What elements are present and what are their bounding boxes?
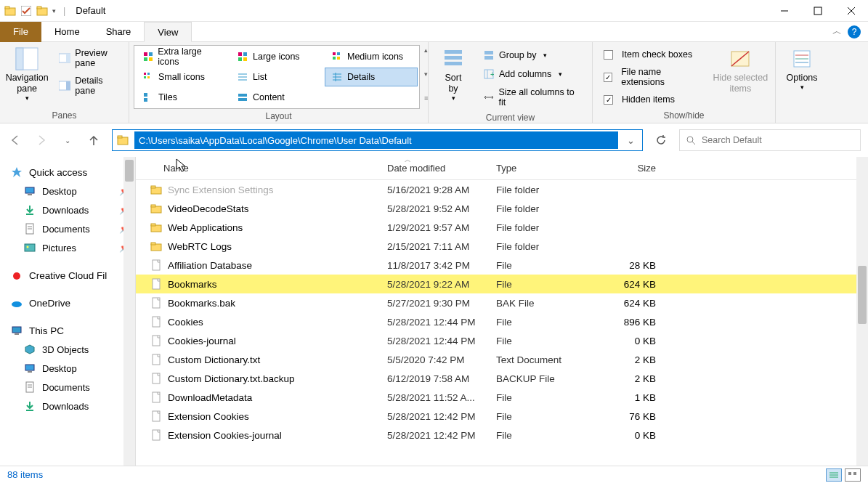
file-row[interactable]: Sync Extension Settings5/16/2021 9:28 AM… xyxy=(136,180,868,199)
listing-scrollbar[interactable] xyxy=(856,157,868,466)
back-button[interactable] xyxy=(7,132,23,148)
column-type[interactable]: Type xyxy=(490,160,596,176)
svg-rect-56 xyxy=(118,136,122,138)
svg-rect-23 xyxy=(333,52,336,55)
address-path[interactable]: C:\Users\saika\AppData\Local\Google\Chro… xyxy=(134,131,618,149)
qat-dropdown-icon[interactable]: ▾ xyxy=(52,7,56,15)
layout-large-icons[interactable]: Large icons xyxy=(230,47,323,66)
file-row[interactable]: Cookies5/28/2021 12:44 PMFile896 KB xyxy=(136,312,868,331)
file-row[interactable]: Affiliation Database11/8/2017 3:42 PMFil… xyxy=(136,256,868,275)
hidden-items-toggle[interactable]: Hidden items xyxy=(597,92,707,107)
maximize-button[interactable] xyxy=(801,0,835,22)
sidebar-item[interactable]: Downloads📌 xyxy=(0,200,135,219)
star-icon xyxy=(10,166,23,179)
scroll-up-icon[interactable]: ▴ xyxy=(424,46,428,54)
svg-rect-14 xyxy=(66,81,70,90)
add-columns-button[interactable]: +Add columns▾ xyxy=(476,65,588,83)
sort-by-button[interactable]: Sort by ▾ xyxy=(433,45,474,103)
file-row[interactable]: WebRTC Logs2/15/2021 7:11 AMFile folder xyxy=(136,237,868,256)
svg-rect-96 xyxy=(153,430,160,440)
svg-rect-4 xyxy=(37,7,41,9)
list-icon xyxy=(237,71,248,83)
file-row[interactable]: Web Applications1/29/2021 9:57 AMFile fo… xyxy=(136,218,868,237)
folder-small-icon[interactable] xyxy=(36,5,48,17)
column-size[interactable]: Size xyxy=(596,160,662,176)
svg-rect-26 xyxy=(337,57,340,60)
svg-rect-60 xyxy=(25,187,34,193)
address-bar[interactable]: C:\Users\saika\AppData\Local\Google\Chro… xyxy=(112,129,643,151)
item-checkboxes-toggle[interactable]: Item check boxes xyxy=(597,46,707,62)
file-row[interactable]: Extension Cookies5/28/2021 12:42 PMFile7… xyxy=(136,407,868,426)
file-row[interactable]: Bookmarks5/28/2021 9:22 AMFile624 KB xyxy=(136,275,868,293)
group-currentview-label: Current view xyxy=(433,110,588,125)
column-date[interactable]: Date modified xyxy=(381,160,490,176)
sidebar-item[interactable]: Downloads xyxy=(0,397,135,415)
sidebar-scrollbar[interactable] xyxy=(123,157,135,466)
sidebar-onedrive[interactable]: OneDrive xyxy=(0,293,135,312)
expand-icon[interactable]: ≡ xyxy=(424,94,428,102)
file-row[interactable]: DownloadMetadata5/28/2021 11:52 A...File… xyxy=(136,388,868,407)
sidebar-item[interactable]: Pictures📌 xyxy=(0,238,135,257)
file-row[interactable]: Custom Dictionary.txt5/5/2020 7:42 PMTex… xyxy=(136,350,868,369)
add-columns-icon: + xyxy=(483,68,495,80)
tab-view[interactable]: View xyxy=(144,22,192,42)
sidebar-quick-access[interactable]: Quick access xyxy=(0,163,135,182)
recent-dropdown[interactable]: ⌄ xyxy=(60,132,76,148)
svg-marker-59 xyxy=(12,167,22,177)
details-pane-button[interactable]: Details pane xyxy=(52,73,124,99)
layout-small-icons[interactable]: Small icons xyxy=(136,68,229,86)
layout-tiles[interactable]: Tiles xyxy=(136,88,229,107)
options-button[interactable]: Options ▾ xyxy=(782,45,822,92)
qat-save-icon[interactable] xyxy=(20,5,32,17)
up-button[interactable] xyxy=(86,132,102,148)
tab-home[interactable]: Home xyxy=(41,22,93,42)
hide-selected-button[interactable]: Hide selected items xyxy=(710,45,771,96)
view-details-toggle[interactable] xyxy=(826,468,842,482)
column-name[interactable]: Name xyxy=(136,160,381,176)
sidebar-item[interactable]: Desktop📌 xyxy=(0,182,135,200)
file-extensions-toggle[interactable]: File name extensions xyxy=(597,64,707,90)
preview-pane-icon xyxy=(59,52,70,64)
file-row[interactable]: Extension Cookies-journal5/28/2021 12:42… xyxy=(136,426,868,445)
sidebar-item[interactable]: Documents xyxy=(0,378,135,397)
forward-button[interactable] xyxy=(33,132,49,148)
file-icon xyxy=(150,278,162,290)
chevron-down-icon: ▾ xyxy=(25,94,29,102)
svg-rect-40 xyxy=(238,94,247,97)
file-row[interactable]: Bookmarks.bak5/27/2021 9:30 PMBAK File62… xyxy=(136,293,868,312)
preview-pane-button[interactable]: Preview pane xyxy=(52,45,124,71)
sidebar-this-pc[interactable]: This PC xyxy=(0,321,135,340)
close-button[interactable] xyxy=(835,0,868,22)
file-row[interactable]: Custom Dictionary.txt.backup6/12/2019 7:… xyxy=(136,369,868,388)
folder-icon xyxy=(150,222,162,233)
svg-rect-30 xyxy=(147,76,150,78)
layout-medium-icons[interactable]: Medium icons xyxy=(325,47,418,66)
sidebar-item[interactable]: Documents📌 xyxy=(0,219,135,238)
svg-rect-93 xyxy=(153,373,160,383)
layout-details[interactable]: Details xyxy=(325,68,418,86)
scroll-down-icon[interactable]: ▾ xyxy=(424,70,428,78)
file-row[interactable]: VideoDecodeStats5/28/2021 9:52 AMFile fo… xyxy=(136,199,868,218)
help-button[interactable]: ? xyxy=(848,25,861,38)
sidebar-item[interactable]: Desktop xyxy=(0,359,135,378)
group-by-button[interactable]: Group by▾ xyxy=(476,46,588,64)
size-columns-button[interactable]: Size all columns to fit xyxy=(476,84,588,110)
view-icons-toggle[interactable] xyxy=(845,468,861,482)
group-layout-label: Layout xyxy=(134,109,423,123)
layout-content[interactable]: Content xyxy=(230,88,323,107)
tab-share[interactable]: Share xyxy=(93,22,145,42)
sidebar-creative-cloud[interactable]: Creative Cloud Fil xyxy=(0,266,135,285)
layout-extra-large-icons[interactable]: Extra large icons xyxy=(136,47,229,66)
address-dropdown-icon[interactable]: ⌄ xyxy=(620,135,642,146)
minimize-button[interactable] xyxy=(768,0,801,22)
tab-file[interactable]: File xyxy=(0,22,41,42)
refresh-button[interactable] xyxy=(653,132,669,148)
file-row[interactable]: Cookies-journal5/28/2021 12:44 PMFile0 K… xyxy=(136,331,868,350)
navigation-pane-button[interactable]: Navigation pane ▾ xyxy=(4,45,49,103)
search-input[interactable]: Search Default xyxy=(679,129,861,151)
svg-rect-71 xyxy=(15,333,19,335)
svg-rect-19 xyxy=(238,52,242,56)
sidebar-item[interactable]: 3D Objects xyxy=(0,340,135,359)
collapse-ribbon-button[interactable]: ︿ xyxy=(827,25,848,38)
layout-list[interactable]: List xyxy=(230,68,323,86)
